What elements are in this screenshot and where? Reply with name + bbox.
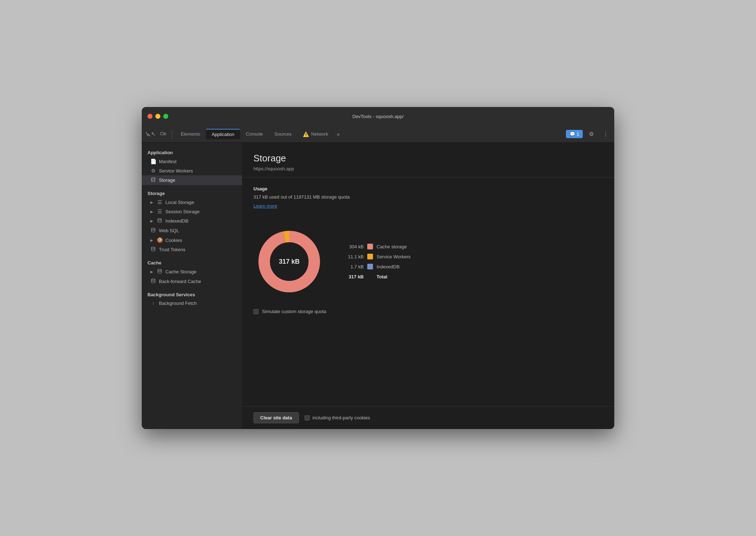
usage-section: Usage 317 kB used out of 1197131 MB stor… (253, 186, 603, 217)
donut-chart: 317 kB (253, 226, 325, 297)
donut-center-label: 317 kB (279, 258, 300, 265)
content-header: Storage https://squoosh.app (242, 143, 614, 177)
chart-area: 317 kB 304 kB Cache storage 11.1 kB Serv… (253, 226, 603, 297)
legend-total-spacer (367, 274, 373, 279)
devtools-window: DevTools - squoosh.app/ ↖ Elements Appli… (142, 107, 614, 429)
legend-idb-value: 1.7 kB (342, 264, 364, 269)
expand-arrow-session-storage: ▶ (150, 210, 153, 214)
legend-total-label: Total (377, 274, 387, 279)
background-fetch-icon: ↑ (150, 301, 156, 306)
sidebar-item-cache-storage[interactable]: ▶ Cache Storage (142, 267, 242, 277)
legend-total-value: 317 kB (342, 274, 364, 279)
third-party-cookies-label: including third-party cookies (312, 415, 370, 420)
tab-network-label: Network (311, 131, 328, 137)
sidebar-section-cache: Cache (142, 257, 242, 267)
legend-cache-label: Cache storage (377, 244, 407, 249)
content-body: Usage 317 kB used out of 1197131 MB stor… (242, 177, 614, 406)
storage-icon (150, 177, 156, 183)
indexeddb-icon (157, 218, 163, 224)
legend-item-service-workers: 11.1 kB Service Workers (342, 254, 411, 259)
sidebar-item-manifest[interactable]: 📄 Manifest (142, 157, 242, 166)
tab-console[interactable]: Console (240, 129, 269, 139)
tab-application[interactable]: Application (206, 129, 240, 139)
legend-sw-value: 11.1 kB (342, 254, 364, 259)
legend-item-total: 317 kB Total (342, 274, 411, 279)
sidebar-item-trust-tokens-label: Trust Tokens (159, 247, 185, 252)
minimize-button[interactable] (155, 114, 160, 119)
action-bar: Clear site data including third-party co… (242, 406, 614, 429)
sidebar-item-cookies-label: Cookies (165, 238, 182, 243)
sidebar-item-session-storage[interactable]: ▶ ☰ Session Storage (142, 207, 242, 216)
legend-item-cache: 304 kB Cache storage (342, 244, 411, 249)
expand-arrow-cookies: ▶ (150, 238, 153, 242)
sidebar-item-manifest-label: Manifest (159, 159, 176, 164)
legend-cache-color (367, 244, 373, 249)
sidebar-item-session-storage-label: Session Storage (165, 209, 199, 214)
service-workers-icon: ⚙ (150, 168, 156, 174)
legend-idb-color (367, 264, 373, 269)
inspect-element-button[interactable]: ↖ (145, 128, 156, 140)
sidebar-item-trust-tokens[interactable]: Trust Tokens (142, 245, 242, 254)
sidebar-item-storage-label: Storage (159, 177, 175, 183)
toolbar: ↖ Elements Application Console Sources ⚠… (142, 126, 614, 143)
notification-count: 1 (577, 131, 579, 137)
usage-title: Usage (253, 186, 603, 191)
sidebar-item-back-forward-cache[interactable]: Back-forward Cache (142, 277, 242, 286)
web-sql-icon (150, 228, 156, 234)
svg-rect-1 (164, 133, 166, 135)
more-tabs-button[interactable]: » (334, 129, 343, 139)
sidebar-section-application: Application (142, 147, 242, 157)
learn-more-link[interactable]: Learn more (253, 203, 277, 209)
simulate-quota-checkbox[interactable] (253, 309, 258, 314)
tab-sources[interactable]: Sources (269, 129, 297, 139)
svg-point-2 (151, 177, 155, 179)
more-options-button[interactable]: ⋮ (600, 128, 611, 140)
sidebar-item-storage-top[interactable]: Storage (142, 175, 242, 185)
sidebar-item-web-sql-label: Web SQL (159, 228, 179, 233)
sidebar-item-back-forward-cache-label: Back-forward Cache (159, 279, 201, 284)
toolbar-right: 💬 1 ⚙ ⋮ (566, 128, 611, 140)
svg-point-7 (151, 279, 155, 280)
settings-button[interactable]: ⚙ (586, 128, 597, 140)
sidebar-section-storage: Storage (142, 188, 242, 198)
expand-arrow-indexeddb: ▶ (150, 219, 153, 223)
sidebar-item-local-storage-label: Local Storage (165, 200, 194, 205)
legend-cache-value: 304 kB (342, 244, 364, 249)
tab-elements[interactable]: Elements (175, 129, 206, 139)
usage-text: 317 kB used out of 1197131 MB storage qu… (253, 194, 603, 200)
sidebar-item-indexeddb[interactable]: ▶ IndexedDB (142, 216, 242, 226)
maximize-button[interactable] (163, 114, 168, 119)
window-title: DevTools - squoosh.app/ (352, 114, 403, 119)
expand-arrow-local-storage: ▶ (150, 200, 153, 204)
svg-point-5 (151, 247, 155, 248)
simulate-quota-row: Simulate custom storage quota (253, 309, 603, 314)
main-content: Application 📄 Manifest ⚙ Service Workers… (142, 143, 614, 429)
legend-idb-label: IndexedDB (377, 264, 399, 269)
page-title: Storage (253, 153, 603, 164)
sidebar-item-cookies[interactable]: ▶ 🍪 Cookies (142, 235, 242, 245)
device-toggle-button[interactable] (158, 128, 169, 140)
trust-tokens-icon (150, 247, 156, 253)
third-party-cookies-checkbox[interactable] (305, 415, 310, 420)
notifications-button[interactable]: 💬 1 (566, 130, 583, 138)
local-storage-icon: ☰ (157, 199, 163, 205)
sidebar-item-web-sql[interactable]: Web SQL (142, 226, 242, 235)
close-button[interactable] (147, 114, 152, 119)
titlebar: DevTools - squoosh.app/ (142, 107, 614, 126)
tab-network[interactable]: ⚠️ Network (297, 129, 334, 139)
back-forward-cache-icon (150, 278, 156, 284)
notification-icon: 💬 (570, 131, 575, 137)
page-url: https://squoosh.app (253, 166, 603, 171)
sidebar-item-service-workers[interactable]: ⚙ Service Workers (142, 166, 242, 175)
warning-icon: ⚠️ (303, 131, 309, 137)
sidebar-item-local-storage[interactable]: ▶ ☰ Local Storage (142, 198, 242, 207)
legend-sw-color (367, 254, 373, 259)
traffic-lights (147, 114, 168, 119)
clear-site-data-button[interactable]: Clear site data (253, 412, 299, 423)
sidebar-item-background-fetch-label: Background Fetch (159, 301, 197, 306)
session-storage-icon: ☰ (157, 209, 163, 214)
svg-point-4 (151, 228, 155, 229)
sidebar-item-background-fetch[interactable]: ↑ Background Fetch (142, 299, 242, 308)
toolbar-tabs: Elements Application Console Sources ⚠️ … (175, 129, 564, 139)
svg-point-3 (158, 218, 161, 220)
